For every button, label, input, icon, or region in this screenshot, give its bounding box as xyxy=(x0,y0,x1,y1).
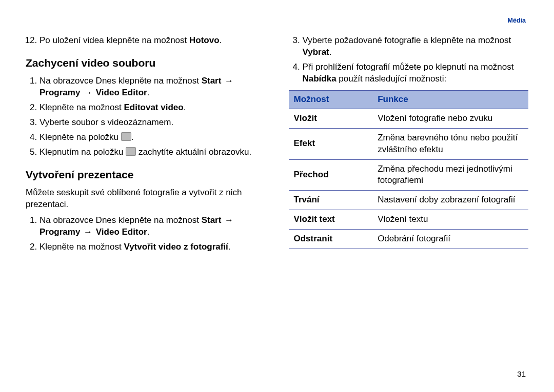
table-header-row: Možnost Funkce xyxy=(289,90,529,109)
step-bold: Video Editor xyxy=(96,227,147,237)
toolbar-icon xyxy=(121,132,131,141)
step-bold: Nabídka xyxy=(303,74,337,84)
step-text: . xyxy=(228,242,231,252)
options-table: Možnost Funkce VložitVložení fotografie … xyxy=(289,90,529,249)
previous-steps-continuation: Po uložení videa klepněte na možnost Hot… xyxy=(26,35,266,47)
option-name: Trvání xyxy=(289,191,373,210)
list-item: Vyberte soubor s videozáznamem. xyxy=(39,117,266,129)
list-item: Klepnutím na položku zachytíte aktuální … xyxy=(39,147,266,158)
step-text: Na obrazovce Dnes klepněte na možnost xyxy=(39,76,202,86)
step-text: . xyxy=(184,102,186,112)
step-text: Na obrazovce Dnes klepněte na možnost xyxy=(39,215,202,225)
presentation-steps: Na obrazovce Dnes klepněte na možnost St… xyxy=(26,215,266,253)
step-text: Vyberte požadované fotografie a klepněte… xyxy=(303,35,511,45)
step-text: Klepněte na položku xyxy=(39,132,121,142)
table-row: PřechodZměna přechodu mezi jednotlivými … xyxy=(289,159,529,191)
option-function: Nastavení doby zobrazení fotografií xyxy=(372,191,528,210)
table-row: VložitVložení fotografie nebo zvuku xyxy=(289,109,529,128)
table-row: Vložit textVložení textu xyxy=(289,210,529,230)
table-row: OdstranitOdebrání fotografií xyxy=(289,230,529,249)
step-bold: Vybrat xyxy=(303,47,329,57)
arrow-icon: → xyxy=(221,76,234,86)
step-text: Klepněte na možnost xyxy=(39,242,124,252)
step-text: zachytíte aktuální obrazovku. xyxy=(136,147,251,157)
option-function: Vložení textu xyxy=(372,210,528,230)
step-bold: Editovat video xyxy=(124,102,183,112)
toolbar-icon xyxy=(126,147,136,156)
list-item: Na obrazovce Dnes klepněte na možnost St… xyxy=(39,75,266,99)
option-function: Změna přechodu mezi jednotlivými fotogra… xyxy=(372,159,528,191)
step-tail: . xyxy=(220,35,222,45)
step-text: Klepněte na možnost xyxy=(39,102,124,112)
step-bold: Start xyxy=(202,76,222,86)
heading-create-presentation: Vytvoření prezentace xyxy=(26,168,266,182)
step-text: . xyxy=(131,132,134,142)
option-function: Vložení fotografie nebo zvuku xyxy=(372,109,528,128)
arrow-icon: → xyxy=(80,88,95,97)
table-row: TrváníNastavení doby zobrazení fotografi… xyxy=(289,191,529,210)
arrow-icon: → xyxy=(221,215,234,225)
step-bold: Programy xyxy=(39,227,80,237)
option-name: Vložit text xyxy=(289,210,373,230)
col-function: Funkce xyxy=(372,90,528,109)
step-bold: Video Editor xyxy=(96,88,147,97)
list-item: Klepněte na položku . xyxy=(39,132,266,143)
capture-video-steps: Na obrazovce Dnes klepněte na možnost St… xyxy=(26,75,266,158)
step-bold: Programy xyxy=(39,88,80,97)
option-name: Odstranit xyxy=(289,230,373,249)
step-bold: Vytvořit video z fotografií xyxy=(124,242,228,252)
list-item: Vyberte požadované fotografie a klepněte… xyxy=(303,35,529,58)
step-text: použít následující možnosti: xyxy=(337,74,447,84)
right-column: Vyberte požadované fotografie a klepněte… xyxy=(289,32,529,257)
step-text: . xyxy=(329,47,332,57)
step-text: . xyxy=(147,227,150,237)
heading-capture-video: Zachycení video souboru xyxy=(26,56,266,70)
option-name: Vložit xyxy=(289,109,373,128)
step-bold: Start xyxy=(202,215,222,225)
option-name: Efekt xyxy=(289,128,373,159)
page-number: 31 xyxy=(517,369,526,379)
step-12: Po uložení videa klepněte na možnost Hot… xyxy=(39,35,266,47)
table-row: EfektZměna barevného tónu nebo použití z… xyxy=(289,128,529,159)
list-item: Klepněte na možnost Editovat video. xyxy=(39,102,266,114)
two-column-layout: Po uložení videa klepněte na možnost Hot… xyxy=(26,32,528,257)
col-option: Možnost xyxy=(289,90,373,109)
step-text: . xyxy=(147,88,150,97)
step-bold: Hotovo xyxy=(189,35,220,45)
step-text: Při prohlížení fotografií můžete po klep… xyxy=(303,62,514,72)
list-item: Při prohlížení fotografií můžete po klep… xyxy=(303,61,529,85)
list-item: Klepněte na možnost Vytvořit video z fot… xyxy=(39,241,266,253)
option-function: Odebrání fotografií xyxy=(372,230,528,249)
option-function: Změna barevného tónu nebo použití zvlášt… xyxy=(372,128,528,159)
left-column: Po uložení videa klepněte na možnost Hot… xyxy=(26,32,266,257)
step-text: Vyberte soubor s videozáznamem. xyxy=(39,117,173,127)
section-header: Média xyxy=(508,16,526,25)
step-text: Klepnutím na položku xyxy=(39,147,126,157)
option-name: Přechod xyxy=(289,159,373,191)
presentation-steps-continued: Vyberte požadované fotografie a klepněte… xyxy=(289,35,529,85)
presentation-intro: Můžete seskupit své oblíbené fotografie … xyxy=(26,187,266,211)
arrow-icon: → xyxy=(80,227,95,237)
step-text: Po uložení videa klepněte na možnost xyxy=(39,35,189,45)
list-item: Na obrazovce Dnes klepněte na možnost St… xyxy=(39,215,266,238)
manual-page: Média Po uložení videa klepněte na možno… xyxy=(0,0,554,392)
